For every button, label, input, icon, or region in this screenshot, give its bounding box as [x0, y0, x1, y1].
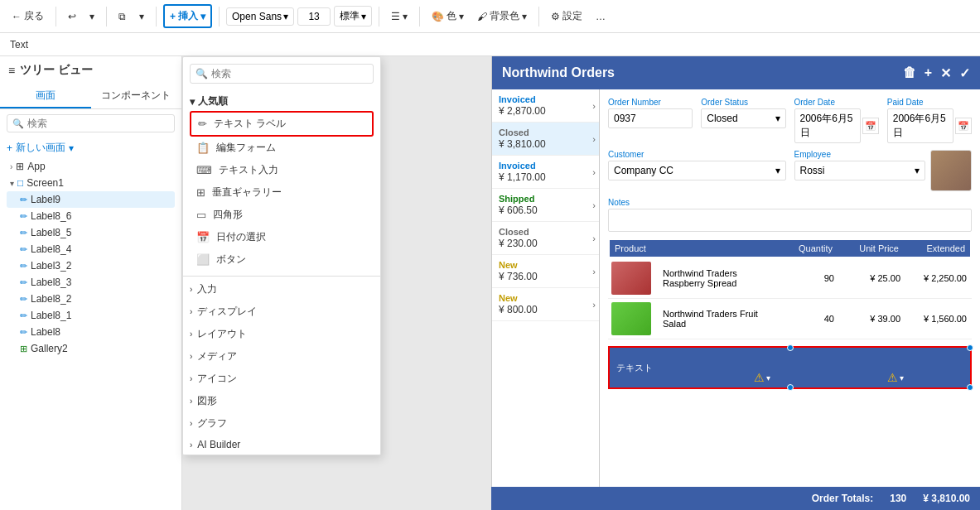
separator-4	[219, 7, 220, 26]
order-5-chevron-icon: ›	[592, 267, 596, 277]
sidebar-item-label8-2[interactable]: ✏ Label8_2	[7, 291, 175, 307]
sidebar-item-screen1-label: Screen1	[27, 177, 64, 189]
close-icon[interactable]: ✕	[940, 65, 951, 81]
sidebar-item-label9[interactable]: ✏ Label9	[7, 191, 175, 208]
dropdown-item-text-label[interactable]: ✏ テキスト ラベル	[190, 111, 374, 137]
insert-button[interactable]: + 挿入 ▾	[163, 4, 212, 28]
more-button[interactable]: …	[591, 7, 611, 26]
product-table: Product Quantity Unit Price Extended	[608, 238, 972, 258]
dropdown-item-button[interactable]: ⬜ ボタン	[190, 248, 374, 271]
undo-chevron-icon: ▾	[89, 11, 94, 22]
warning-chevron-right: ▾	[900, 373, 904, 382]
undo-dropdown[interactable]: ▾	[84, 7, 99, 26]
style-dropdown[interactable]: 標準 ▾	[334, 6, 372, 26]
resize-handle-bottom-right[interactable]	[967, 384, 973, 391]
back-icon: ←	[12, 11, 22, 22]
dropdown-category-layout[interactable]: › レイアウト	[183, 323, 380, 345]
separator-1	[56, 7, 56, 26]
sidebar-item-label8-label: Label8	[31, 326, 60, 338]
resize-handle-bottom[interactable]	[787, 384, 794, 391]
dropdown-search-box: 🔍	[190, 64, 374, 84]
paid-date-calendar-button[interactable]: 📅	[955, 118, 972, 134]
color-button[interactable]: 🎨 色 ▾	[427, 6, 469, 26]
sidebar-item-label8-5[interactable]: ✏ Label8_5	[7, 224, 175, 241]
product-0-quantity: 90	[773, 270, 839, 286]
sidebar-item-label8-4[interactable]: ✏ Label8_4	[7, 241, 175, 257]
customer-dropdown[interactable]: Company CC ▾	[608, 161, 786, 180]
main-layout: ≡ ツリー ビュー 画面 コンポーネント 🔍 + 新しい画面 ▾ › ⊞ App…	[0, 56, 980, 510]
separator-7	[538, 7, 539, 26]
font-family-dropdown[interactable]: Open Sans ▾	[226, 7, 294, 26]
dropdown-item-date-picker[interactable]: 📅 日付の選択	[190, 226, 374, 248]
more-icon: …	[596, 11, 606, 22]
order-status-chevron-icon: ▾	[775, 113, 780, 124]
copy-dropdown[interactable]: ▾	[134, 7, 149, 26]
text-label-preview-box[interactable]: テキスト ⚠ ▾ ⚠ ▾	[608, 346, 972, 389]
customer-chevron-icon: ▾	[775, 165, 780, 176]
settings-button[interactable]: ⚙ 設定	[546, 6, 587, 26]
order-item-5[interactable]: New ¥ 736.00 ›	[492, 255, 599, 288]
app-chevron-icon: ›	[10, 162, 12, 171]
tab-component[interactable]: コンポーネント	[91, 84, 182, 108]
paid-date-label: Paid Date	[887, 98, 972, 107]
sidebar-item-label8-1[interactable]: ✏ Label8_1	[7, 307, 175, 324]
bg-color-label: 背景色	[490, 9, 519, 23]
undo-button[interactable]: ↩	[63, 7, 81, 26]
order-0-status: Invoiced	[499, 94, 592, 104]
sidebar-item-label8-3[interactable]: ✏ Label8_3	[7, 274, 175, 291]
sidebar-search-input[interactable]	[27, 118, 169, 129]
dropdown-category-icons[interactable]: › アイコン	[183, 368, 380, 390]
sidebar-item-gallery2-label: Gallery2	[31, 343, 68, 354]
resize-handle-top[interactable]	[787, 344, 794, 351]
dropdown-category-display[interactable]: › ディスプレイ	[183, 301, 380, 323]
order-item-6[interactable]: New ¥ 800.00 ›	[492, 288, 599, 321]
sidebar-item-screen1[interactable]: ▾ □ Screen1	[7, 175, 175, 191]
align-button[interactable]: ☰ ▾	[386, 7, 413, 26]
copy-button[interactable]: ⧉	[113, 7, 131, 26]
sidebar-item-label8-6[interactable]: ✏ Label8_6	[7, 208, 175, 224]
order-item-4[interactable]: Closed ¥ 230.00 ›	[492, 222, 599, 255]
order-item-3[interactable]: Shipped ¥ 606.50 ›	[492, 189, 599, 222]
font-size-input[interactable]: 13	[297, 7, 331, 26]
dropdown-category-ai-builder[interactable]: › AI Builder	[183, 435, 380, 455]
layout-category-chevron-icon: ›	[190, 330, 192, 339]
order-item-2[interactable]: Invoiced ¥ 1,170.00 ›	[492, 156, 599, 189]
order-date-calendar-button[interactable]: 📅	[862, 118, 879, 134]
trash-icon[interactable]: 🗑	[903, 65, 916, 80]
dropdown-category-media[interactable]: › メディア	[183, 345, 380, 368]
dropdown-search-input[interactable]	[211, 68, 368, 79]
sidebar-item-label8-5-label: Label8_5	[31, 227, 71, 238]
resize-handle-top-right[interactable]	[967, 344, 973, 351]
order-item-1[interactable]: Closed ¥ 3,810.00 ›	[492, 123, 599, 156]
dropdown-category-shapes[interactable]: › 図形	[183, 390, 380, 412]
order-status-dropdown[interactable]: Closed ▾	[701, 108, 785, 128]
sidebar-item-label8[interactable]: ✏ Label8	[7, 324, 175, 340]
sidebar-item-app[interactable]: › ⊞ App	[7, 158, 175, 175]
dropdown-item-rectangle[interactable]: ▭ 四角形	[190, 204, 374, 226]
order-number-label: Order Number	[608, 98, 693, 107]
new-screen-button[interactable]: + 新しい画面 ▾	[0, 137, 181, 158]
totals-bar: Order Totals: 130 ¥ 3,810.00	[491, 487, 980, 510]
copy-icon: ⧉	[118, 11, 126, 22]
sidebar-item-label3-2[interactable]: ✏ Label3_2	[7, 257, 175, 274]
dropdown-item-text-input[interactable]: ⌨ テキスト入力	[190, 159, 374, 181]
dropdown-item-edit-form[interactable]: 📋 編集フォーム	[190, 137, 374, 159]
ai-builder-category-label: AI Builder	[197, 439, 240, 450]
dropdown-category-charts[interactable]: › グラフ	[183, 412, 380, 435]
tab-screen[interactable]: 画面	[0, 84, 91, 108]
notes-input[interactable]	[608, 209, 972, 232]
order-item-0[interactable]: Invoiced ¥ 2,870.00 ›	[492, 89, 599, 123]
dropdown-item-vertical-gallery[interactable]: ⊞ 垂直ギャラリー	[190, 181, 374, 204]
dropdown-category-input[interactable]: › 入力	[183, 278, 380, 301]
order-3-amount: ¥ 606.50	[499, 204, 592, 216]
add-record-icon[interactable]: +	[924, 65, 932, 80]
paid-date-field: Paid Date 2006年6月5日 📅	[887, 98, 972, 143]
bg-color-button[interactable]: 🖌 背景色 ▾	[472, 6, 532, 26]
northwind-title: Northwind Orders	[502, 65, 615, 80]
customer-value: Company CC	[614, 165, 673, 176]
check-icon[interactable]: ✓	[959, 65, 970, 81]
back-button[interactable]: ← 戻る	[7, 6, 49, 26]
sidebar-item-label9-label: Label9	[31, 194, 60, 205]
sidebar-item-gallery2[interactable]: ⊞ Gallery2	[7, 340, 175, 357]
employee-dropdown[interactable]: Rossi ▾	[794, 161, 926, 180]
